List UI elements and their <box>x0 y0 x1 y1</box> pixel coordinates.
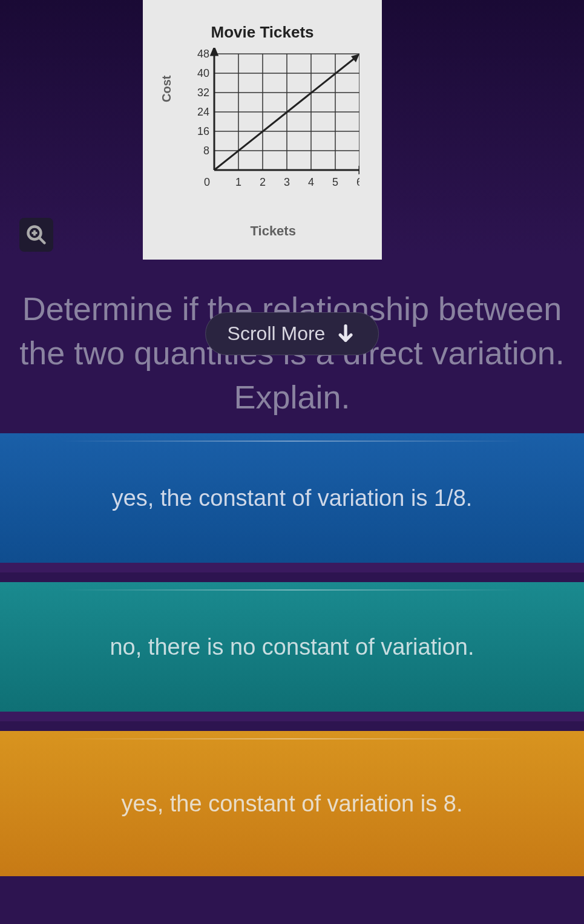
chart-svg: 8 16 24 32 40 48 0 1 2 3 4 5 6 <box>178 48 359 205</box>
x-tick: 1 <box>235 176 241 188</box>
answer-text: yes, the constant of variation is 1/8. <box>94 485 491 511</box>
divider <box>0 712 584 721</box>
y-tick: 32 <box>197 87 209 99</box>
y-tick: 40 <box>197 67 209 79</box>
y-tick: 24 <box>197 106 209 118</box>
y-tick: 48 <box>197 48 209 60</box>
y-tick: 8 <box>203 145 209 157</box>
chart-image: Movie Tickets Cost <box>143 0 382 260</box>
y-tick: 16 <box>197 125 209 137</box>
question-panel: Movie Tickets Cost <box>0 0 584 424</box>
zoom-in-icon <box>25 224 47 246</box>
x-tick: 6 <box>356 176 359 188</box>
answer-options: yes, the constant of variation is 1/8. n… <box>0 424 584 876</box>
chart-title: Movie Tickets <box>211 23 313 42</box>
x-tick: 2 <box>259 176 265 188</box>
y-axis-label: Cost <box>160 76 174 102</box>
scroll-more-button[interactable]: Scroll More <box>205 312 379 355</box>
svg-line-21 <box>39 238 45 243</box>
divider <box>0 563 584 572</box>
arrow-down-icon <box>335 323 356 345</box>
answer-text: no, there is no constant of variation. <box>91 634 492 660</box>
x-tick: 5 <box>332 176 338 188</box>
answer-option-b[interactable]: no, there is no constant of variation. <box>0 582 584 712</box>
scroll-more-label: Scroll More <box>228 323 326 345</box>
chart-plot: Cost <box>166 48 359 217</box>
zoom-in-button[interactable] <box>19 218 53 252</box>
x-tick: 3 <box>283 176 289 188</box>
answer-option-a[interactable]: yes, the constant of variation is 1/8. <box>0 433 584 563</box>
svg-marker-15 <box>211 48 217 55</box>
answer-option-c[interactable]: yes, the constant of variation is 8. <box>0 731 584 876</box>
x-tick: 0 <box>203 176 209 188</box>
x-tick: 4 <box>307 176 313 188</box>
answer-text: yes, the constant of variation is 8. <box>103 791 481 817</box>
x-axis-label: Tickets <box>251 223 296 239</box>
